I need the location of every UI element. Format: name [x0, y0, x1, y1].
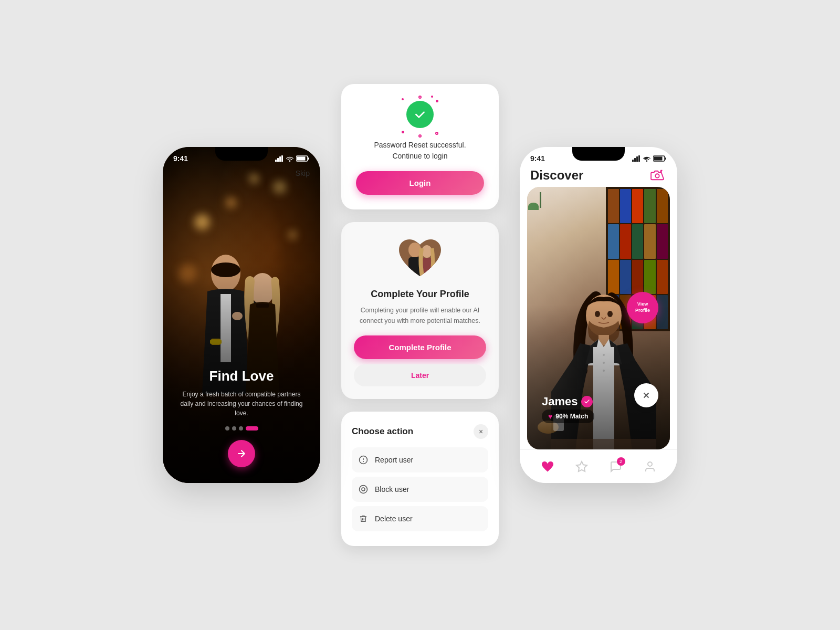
nav-messages-button[interactable]: 2 — [606, 457, 625, 476]
match-text: 90% Match — [555, 413, 588, 420]
password-reset-card: Password Reset successful. Continue to l… — [341, 84, 499, 209]
verified-check-icon — [584, 398, 590, 405]
right-phone: 9:41 Discover — [520, 147, 677, 483]
next-button[interactable] — [228, 440, 255, 467]
camera-svg-icon — [650, 170, 664, 181]
checkmark-icon — [413, 108, 427, 121]
svg-rect-25 — [632, 160, 634, 162]
bokeh-light — [249, 174, 259, 183]
trash-icon — [359, 514, 368, 523]
discover-photo: James ♥ 90% Match View Profile — [527, 187, 670, 449]
svg-rect-3 — [281, 155, 283, 162]
find-love-title: Find Love — [175, 368, 308, 384]
svg-rect-28 — [638, 155, 640, 162]
block-user-label: Block user — [375, 485, 409, 494]
success-circle — [406, 101, 434, 128]
message-badge: 2 — [617, 457, 625, 466]
dot-1 — [225, 426, 229, 430]
star-icon — [575, 460, 588, 473]
close-profile-button[interactable] — [634, 383, 658, 407]
dot-3 — [239, 426, 243, 430]
block-icon — [358, 484, 369, 495]
dot-4-active — [246, 426, 258, 430]
verified-badge — [581, 396, 593, 407]
svg-point-24 — [362, 488, 365, 491]
svg-rect-6 — [308, 158, 310, 160]
signal-icon-right — [632, 155, 640, 162]
nav-star-button[interactable] — [572, 457, 591, 476]
bokeh-light — [194, 214, 210, 230]
heart-shape-svg — [396, 237, 444, 281]
time-right: 9:41 — [530, 154, 545, 163]
particle — [418, 134, 422, 138]
success-icon-wrap — [404, 101, 436, 132]
match-heart-icon: ♥ — [548, 412, 552, 421]
time-left: 9:41 — [173, 154, 188, 163]
choose-action-card: Choose action × Report user — [341, 412, 499, 546]
complete-profile-description: Completing your profile will enable our … — [354, 305, 486, 326]
james-name: James — [542, 395, 578, 408]
wifi-icon — [286, 155, 294, 162]
view-profile-label: View — [637, 301, 648, 308]
find-love-content: Find Love Enjoy a fresh batch of compati… — [163, 358, 320, 483]
svg-rect-5 — [297, 157, 306, 161]
home-heart-icon — [541, 460, 554, 473]
signal-icon — [275, 155, 284, 162]
report-user-label: Report user — [375, 456, 413, 464]
action-card-header: Choose action × — [352, 424, 488, 439]
status-icons-right — [632, 155, 667, 162]
svg-rect-31 — [665, 158, 667, 160]
middle-column: Password Reset successful. Continue to l… — [341, 84, 499, 546]
left-phone: 9:41 — [163, 147, 320, 483]
report-icon — [358, 455, 369, 465]
nav-profile-button[interactable] — [640, 457, 659, 476]
arrow-right-icon — [236, 448, 247, 459]
svg-point-44 — [648, 462, 652, 466]
view-profile-button[interactable]: View Profile — [627, 292, 658, 323]
discover-title: Discover — [530, 168, 583, 183]
particle — [436, 100, 438, 102]
login-button[interactable]: Login — [356, 171, 484, 195]
svg-rect-30 — [654, 157, 663, 161]
skip-button[interactable]: Skip — [296, 169, 310, 177]
bokeh-light — [289, 231, 297, 239]
man-photo-bg: James ♥ 90% Match View Profile — [527, 187, 670, 449]
complete-profile-button[interactable]: Complete Profile — [354, 335, 486, 359]
match-percentage: ♥ 90% Match — [542, 410, 594, 423]
particle — [435, 132, 438, 135]
svg-point-22 — [363, 461, 364, 462]
particle — [431, 96, 433, 98]
later-button[interactable]: Later — [354, 364, 486, 386]
delete-icon — [358, 513, 369, 524]
battery-icon — [296, 155, 310, 162]
delete-user-item[interactable]: Delete user — [352, 506, 488, 531]
block-user-item[interactable]: Block user — [352, 477, 488, 502]
particle — [402, 98, 404, 100]
particle — [418, 96, 422, 99]
bokeh-light — [273, 181, 286, 194]
notch-right — [572, 147, 625, 161]
dot-2 — [232, 426, 236, 430]
svg-point-23 — [360, 486, 368, 494]
close-button[interactable]: × — [474, 424, 488, 439]
particle — [402, 131, 404, 133]
reset-title-text: Password Reset successful. Continue to l… — [374, 141, 466, 160]
complete-profile-card: Complete Your Profile Completing your pr… — [341, 222, 499, 399]
view-profile-label2: Profile — [635, 308, 650, 314]
notch — [215, 147, 268, 161]
svg-rect-27 — [636, 156, 638, 162]
complete-profile-title: Complete Your Profile — [354, 289, 486, 300]
svg-rect-2 — [279, 156, 281, 162]
bottom-navigation: 2 — [520, 449, 677, 483]
wifi-icon-right — [643, 155, 651, 162]
svg-rect-0 — [275, 160, 277, 162]
bokeh-light — [226, 197, 236, 208]
pagination-dots — [175, 426, 308, 430]
camera-button[interactable] — [648, 166, 667, 185]
reset-title: Password Reset successful. Continue to l… — [356, 140, 484, 162]
report-user-item[interactable]: Report user — [352, 447, 488, 472]
action-card-title: Choose action — [352, 426, 413, 437]
nav-home-button[interactable] — [538, 457, 557, 476]
status-icons-left — [275, 155, 310, 162]
delete-user-label: Delete user — [375, 514, 413, 523]
